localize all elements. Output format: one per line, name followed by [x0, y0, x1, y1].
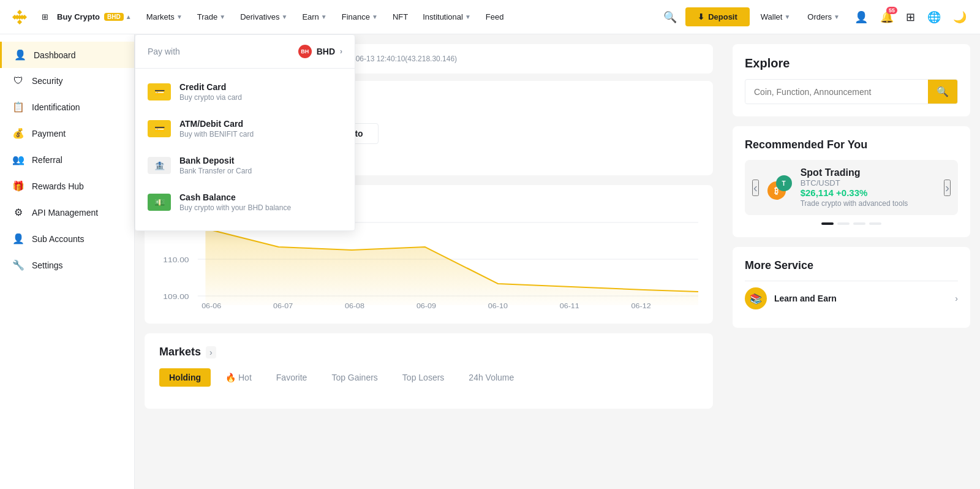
learn-earn-service-item[interactable]: 📚 Learn and Earn ›: [745, 281, 958, 316]
nav-feed[interactable]: Feed: [480, 7, 510, 26]
sidebar-item-api-management[interactable]: ⚙ API Management: [0, 199, 134, 226]
nav-buy-crypto[interactable]: Buy Crypto BHD ▲: [51, 7, 138, 26]
carousel-dots: [745, 222, 958, 225]
nav-institutional[interactable]: Institutional ▼: [417, 7, 477, 26]
profile-button[interactable]: 👤: [851, 7, 872, 28]
pay-option-3[interactable]: 💵 Cash Balance Buy crypto with your BHD …: [135, 184, 355, 221]
right-panel: Explore 🔍 Recommended For You ‹ ₿ T Spot…: [723, 34, 980, 489]
explore-search-input[interactable]: [745, 81, 928, 103]
recommended-title: Recommended For You: [745, 138, 958, 151]
identification-icon: 📋: [12, 101, 24, 113]
svg-text:110.00: 110.00: [163, 256, 189, 263]
market-tab-5[interactable]: 24h Volume: [459, 368, 524, 387]
explore-title: Explore: [745, 56, 958, 70]
deposit-button[interactable]: ⬇ Deposit: [685, 7, 750, 26]
notifications-button[interactable]: 🔔 55: [876, 7, 897, 28]
svg-text:06-07: 06-07: [273, 303, 293, 309]
pay-option-icon-2: 🏦: [148, 157, 171, 174]
search-button[interactable]: 🔍: [660, 7, 680, 28]
sidebar-item-security[interactable]: 🛡 Security: [0, 68, 134, 94]
svg-text:06-12: 06-12: [631, 303, 651, 309]
qr-code-button[interactable]: ⊞: [902, 7, 919, 28]
recommended-card: Recommended For You ‹ ₿ T Spot Trading B…: [733, 126, 970, 237]
market-tab-1[interactable]: 🔥 Hot: [216, 368, 262, 387]
earn-chevron-icon: ▼: [321, 13, 327, 20]
svg-text:06-10: 06-10: [488, 303, 508, 309]
pay-currency-selector[interactable]: BH BHD ›: [298, 45, 342, 58]
sidebar-label-api-management: API Management: [32, 208, 98, 218]
grid-menu-button[interactable]: ⊞: [39, 10, 51, 24]
rec-name: Spot Trading: [801, 167, 936, 178]
rec-info: Spot Trading BTC/USDT $26,114 +0.33% Tra…: [801, 167, 936, 208]
learn-earn-icon: 📚: [745, 287, 767, 309]
nav-nft[interactable]: NFT: [386, 7, 414, 26]
carousel-dot-4[interactable]: [869, 222, 881, 225]
sidebar-item-payment[interactable]: 💰 Payment: [0, 120, 134, 146]
sidebar-item-dashboard[interactable]: 👤 Dashboard: [0, 42, 134, 68]
carousel-next-button[interactable]: ›: [944, 180, 951, 196]
market-tab-4[interactable]: Top Losers: [393, 368, 454, 387]
sidebar-label-sub-accounts: Sub Accounts: [32, 234, 85, 244]
nav-earn[interactable]: Earn ▼: [296, 7, 333, 26]
sidebar-item-identification[interactable]: 📋 Identification: [0, 94, 134, 120]
nav-derivatives[interactable]: Derivatives ▼: [234, 7, 293, 26]
svg-marker-3: [17, 20, 22, 25]
recommended-item: ‹ ₿ T Spot Trading BTC/USDT $26,114 +0.3…: [745, 160, 958, 215]
explore-card: Explore 🔍: [733, 44, 970, 116]
sidebar-label-settings: Settings: [32, 260, 63, 270]
service-arrow-icon: ›: [955, 294, 958, 303]
market-tab-0[interactable]: Holding: [159, 368, 211, 387]
sidebar-item-rewards-hub[interactable]: 🎁 Rewards Hub: [0, 173, 134, 199]
sidebar-label-payment: Payment: [32, 129, 66, 138]
carousel-dot-2[interactable]: [837, 222, 850, 225]
sub-accounts-icon: 👤: [12, 233, 24, 245]
pay-option-1[interactable]: 💳 ATM/Debit Card Buy with BENIFIT card: [135, 110, 355, 147]
sidebar-item-sub-accounts[interactable]: 👤 Sub Accounts: [0, 226, 134, 252]
svg-text:06-06: 06-06: [202, 303, 221, 309]
sidebar-label-security: Security: [32, 76, 63, 86]
markets-arrow-button[interactable]: ›: [206, 346, 216, 358]
main-layout: 👤 Dashboard 🛡 Security 📋 Identification …: [0, 34, 980, 489]
coin-icon-group: ₿ T: [767, 175, 792, 200]
sidebar-item-settings[interactable]: 🔧 Settings: [0, 252, 134, 278]
pay-with-label: Pay with: [148, 47, 180, 56]
market-tab-3[interactable]: Top Gainers: [322, 368, 387, 387]
pay-option-2[interactable]: 🏦 Bank Deposit Bank Transfer or Card: [135, 147, 355, 184]
pay-option-subtitle-2: Bank Transfer or Card: [179, 167, 252, 175]
nav-markets[interactable]: Markets ▼: [140, 7, 189, 26]
trade-chevron-icon: ▼: [219, 13, 225, 20]
nav-wallet[interactable]: Wallet ▼: [755, 7, 797, 26]
dashboard-icon: 👤: [14, 49, 26, 61]
security-icon: 🛡: [12, 75, 24, 86]
pay-option-title-0: Credit Card: [179, 82, 242, 92]
usdt-coin-icon: T: [776, 175, 792, 191]
explore-search-button[interactable]: 🔍: [928, 80, 957, 104]
markets-header: Markets ›: [159, 346, 698, 358]
settings-icon: 🔧: [12, 259, 24, 271]
learn-earn-label: Learn and Earn: [774, 294, 837, 303]
carousel-dot-3[interactable]: [853, 222, 865, 225]
markets-section: Markets › Holding🔥 HotFavoriteTop Gainer…: [145, 333, 713, 409]
pay-option-0[interactable]: 💳 Credit Card Buy crypto via card: [135, 74, 355, 110]
nav-trade[interactable]: Trade ▼: [191, 7, 232, 26]
svg-text:06-11: 06-11: [560, 303, 579, 309]
pay-option-title-2: Bank Deposit: [179, 156, 252, 165]
theme-toggle-button[interactable]: 🌙: [949, 7, 970, 28]
sidebar-item-referral[interactable]: 👥 Referral: [0, 146, 134, 173]
finance-chevron-icon: ▼: [372, 13, 378, 20]
carousel-dot-1[interactable]: [821, 222, 834, 225]
pay-option-title-1: ATM/Debit Card: [179, 119, 254, 129]
sidebar-label-referral: Referral: [32, 155, 62, 165]
pay-option-subtitle-3: Buy crypto with your BHD balance: [179, 203, 291, 212]
nav-finance[interactable]: Finance ▼: [336, 7, 384, 26]
nav-orders[interactable]: Orders ▼: [801, 7, 846, 26]
carousel-prev-button[interactable]: ‹: [752, 180, 759, 196]
pay-options-list: 💳 Credit Card Buy crypto via card 💳 ATM/…: [135, 74, 355, 221]
top-nav: ⊞ Buy Crypto BHD ▲ Markets ▼ Trade ▼ Der…: [0, 0, 980, 34]
language-button[interactable]: 🌐: [924, 7, 944, 28]
orders-chevron-icon: ▼: [834, 13, 840, 20]
pay-option-subtitle-0: Buy crypto via card: [179, 93, 242, 102]
payment-icon: 💰: [12, 127, 24, 139]
logo[interactable]: [10, 7, 29, 27]
market-tab-2[interactable]: Favorite: [266, 368, 317, 387]
